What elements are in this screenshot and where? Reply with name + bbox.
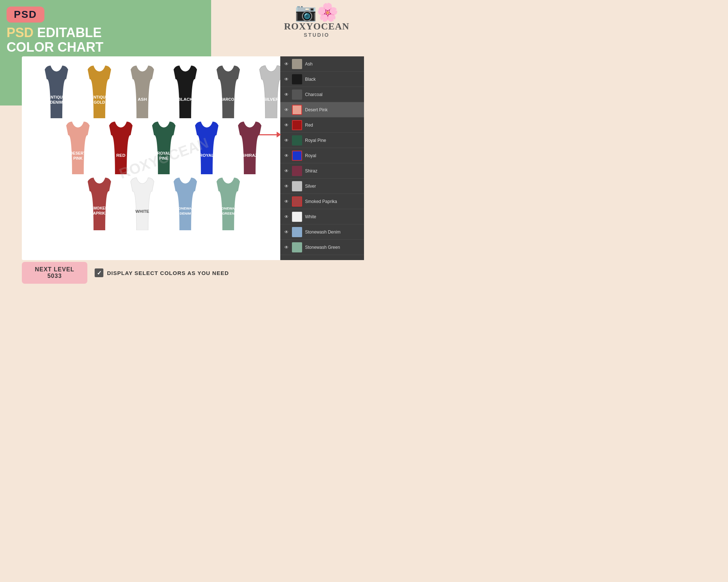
visibility-icon-royal-pine[interactable]: 👁 (283, 138, 290, 143)
tank-black: BLACK (165, 64, 206, 118)
layer-name-smoked-paprika: Smoked Paprika (305, 199, 337, 204)
layer-black[interactable]: 👁 Black (280, 72, 364, 87)
color-row-3: SMOKED PAPRIKA WHITE STONEWASH DENIM (27, 176, 300, 230)
visibility-icon-desert-pink[interactable]: 👁 (283, 107, 290, 112)
brand-name: NEXT LEVEL (33, 266, 76, 273)
layer-stonewash-green[interactable]: 👁 Stonewash Green (280, 240, 364, 255)
visibility-icon-stonewash-denim[interactable]: 👁 (283, 230, 290, 235)
svg-text:ANTIQUE: ANTIQUE (48, 95, 65, 99)
svg-text:PAPRIKA: PAPRIKA (91, 211, 108, 215)
tank-red: RED (100, 120, 141, 174)
title-area: PSD EDITABLE COLOR CHART (7, 25, 103, 54)
tank-charcoal: CHARCOAL (208, 64, 249, 118)
layer-stonewash-denim[interactable]: 👁 Stonewash Denim (280, 224, 364, 240)
layer-name-desert-pink: Desert Pink (305, 107, 328, 112)
svg-text:PINE: PINE (159, 156, 169, 160)
svg-text:SHIRAZ: SHIRAZ (242, 153, 258, 158)
layer-red[interactable]: 👁 Red (280, 117, 364, 133)
tank-shiraz: SHIRAZ (229, 120, 270, 174)
visibility-icon-stonewash-green[interactable]: 👁 (283, 245, 290, 250)
layer-name-red: Red (305, 123, 313, 128)
layer-desert-pink[interactable]: 👁 Desert Pink (280, 102, 364, 117)
layer-thumb-silver (292, 181, 302, 191)
visibility-icon-smoked-paprika[interactable]: 👁 (283, 199, 290, 204)
tank-white: WHITE (122, 176, 163, 230)
checkbox-icon: ✓ (95, 268, 103, 277)
svg-text:CHARCOAL: CHARCOAL (217, 97, 240, 101)
arrow-head (277, 132, 281, 137)
visibility-icon-silver[interactable]: 👁 (283, 184, 290, 189)
layer-charcoal[interactable]: 👁 Charcoal (280, 87, 364, 102)
layer-royal-pine[interactable]: 👁 Royal Pine (280, 133, 364, 148)
layer-silver[interactable]: 👁 Silver (280, 179, 364, 194)
layer-name-black: Black (305, 77, 316, 82)
svg-text:PINK: PINK (73, 156, 83, 160)
visibility-icon-shiraz[interactable]: 👁 (283, 168, 290, 174)
title-line2: COLOR CHART (7, 40, 103, 55)
layer-thumb-stonewash-green (292, 242, 302, 252)
svg-text:WHITE: WHITE (135, 209, 149, 214)
next-level-badge: NEXT LEVEL 5033 (22, 262, 87, 284)
layer-name-silver: Silver (305, 184, 316, 189)
svg-text:STONEWASH: STONEWASH (217, 206, 240, 210)
psd-badge-text: PSD (14, 9, 37, 20)
color-row-2: DESERT PINK RED ROYAL PINE (27, 120, 300, 174)
title-psd: PSD (7, 25, 33, 40)
tank-royal-pine: ROYAL PINE (143, 120, 184, 174)
svg-text:ANTIQUE: ANTIQUE (91, 95, 108, 99)
tank-royal: ROYAL (186, 120, 227, 174)
arrow-body (259, 134, 277, 135)
layer-name-charcoal: Charcoal (305, 92, 323, 97)
visibility-icon-charcoal[interactable]: 👁 (283, 92, 290, 97)
layer-name-stonewash-denim: Stonewash Denim (305, 230, 340, 235)
logo-area: 📷🌸 ROXYOCEAN STUDIO (277, 4, 357, 38)
layer-name-stonewash-green: Stonewash Green (305, 245, 340, 250)
svg-text:ROYAL: ROYAL (199, 153, 214, 158)
svg-text:DENIM: DENIM (50, 100, 63, 104)
layer-ash[interactable]: 👁 Ash (280, 56, 364, 72)
layer-name-white: White (305, 214, 316, 219)
layer-thumb-shiraz (292, 166, 302, 176)
visibility-icon-red[interactable]: 👁 (283, 123, 290, 128)
layer-name-shiraz: Shiraz (305, 168, 317, 174)
arrow-indicator (259, 131, 281, 138)
bottom-right: ✓ DISPLAY SELECT COLORS AS YOU NEED (95, 268, 229, 277)
tank-antique-denim: ANTIQUE DENIM (36, 64, 77, 118)
svg-text:STONEWASH: STONEWASH (174, 206, 197, 210)
color-grid: ANTIQUE DENIM ANTIQUE GOLD ASH (25, 60, 302, 234)
visibility-icon-ash[interactable]: 👁 (283, 61, 290, 67)
svg-text:DENIM: DENIM (179, 211, 191, 215)
layer-white[interactable]: 👁 White (280, 209, 364, 224)
svg-text:SILVER: SILVER (264, 97, 279, 101)
svg-text:SMOKED: SMOKED (91, 206, 108, 210)
visibility-icon-black[interactable]: 👁 (283, 77, 290, 82)
layer-thumb-royal-pine (292, 135, 302, 146)
layer-thumb-royal (292, 151, 302, 161)
bottom-bar: NEXT LEVEL 5033 ✓ DISPLAY SELECT COLORS … (22, 262, 357, 284)
tank-desert-pink: DESERT PINK (58, 120, 98, 174)
layer-thumb-stonewash-denim (292, 227, 302, 237)
svg-text:ROYAL: ROYAL (157, 151, 171, 155)
visibility-icon-white[interactable]: 👁 (283, 214, 290, 219)
layer-smoked-paprika[interactable]: 👁 Smoked Paprika (280, 194, 364, 209)
title-line1: PSD EDITABLE (7, 25, 103, 40)
svg-text:RED: RED (116, 153, 126, 158)
title-editable: EDITABLE (37, 25, 102, 40)
layer-thumb-smoked-paprika (292, 196, 302, 207)
layer-shiraz[interactable]: 👁 Shiraz (280, 163, 364, 179)
psd-badge: PSD (7, 7, 44, 23)
svg-text:ASH: ASH (138, 97, 147, 101)
layer-royal[interactable]: 👁 Royal (280, 148, 364, 163)
layer-name-royal-pine: Royal Pine (305, 138, 326, 143)
visibility-icon-royal[interactable]: 👁 (283, 153, 290, 158)
tank-stonewash-denim: STONEWASH DENIM (165, 176, 206, 230)
layer-thumb-desert-pink (292, 105, 302, 115)
layer-thumb-ash (292, 59, 302, 69)
main-content: ROXYOCEAN ANTIQUE DENIM ANTIQUE GOLD (22, 56, 306, 260)
display-select-text: DISPLAY SELECT COLORS AS YOU NEED (107, 270, 229, 276)
layer-thumb-white (292, 212, 302, 222)
logo-subtitle: STUDIO (277, 32, 357, 38)
tank-stonewash-green: STONEWASH GREEN (208, 176, 249, 230)
layer-name-ash: Ash (305, 61, 313, 67)
tank-antique-gold: ANTIQUE GOLD (79, 64, 120, 118)
